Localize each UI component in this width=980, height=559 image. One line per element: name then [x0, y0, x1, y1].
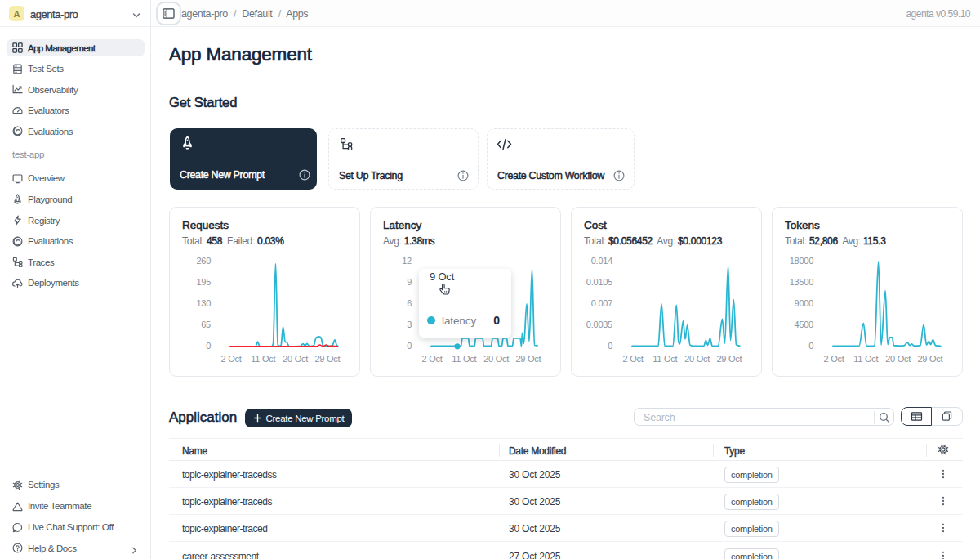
- svg-text:260: 260: [196, 256, 211, 266]
- svg-text:20 Oct: 20 Oct: [283, 354, 308, 364]
- svg-text:11 Oct: 11 Oct: [452, 354, 476, 364]
- svg-text:20 Oct: 20 Oct: [684, 354, 710, 364]
- svg-text:29 Oct: 29 Oct: [314, 354, 340, 364]
- svg-text:195: 195: [196, 277, 211, 287]
- svg-text:18000: 18000: [790, 256, 813, 266]
- svg-text:11 Oct: 11 Oct: [251, 354, 275, 364]
- svg-text:20 Oct: 20 Oct: [483, 354, 509, 364]
- svg-text:0: 0: [206, 341, 211, 351]
- svg-text:11 Oct: 11 Oct: [853, 354, 878, 364]
- svg-text:0: 0: [608, 341, 612, 351]
- svg-text:65: 65: [201, 320, 211, 329]
- svg-text:0.0035: 0.0035: [586, 320, 612, 329]
- svg-text:29 Oct: 29 Oct: [716, 354, 742, 364]
- svg-text:2 Oct: 2 Oct: [421, 354, 442, 364]
- svg-text:2 Oct: 2 Oct: [823, 354, 844, 364]
- svg-text:20 Oct: 20 Oct: [885, 354, 911, 364]
- svg-text:6: 6: [407, 298, 412, 308]
- svg-text:13500: 13500: [790, 277, 813, 287]
- svg-text:0: 0: [808, 341, 813, 351]
- svg-text:0.014: 0.014: [591, 256, 612, 266]
- svg-text:0: 0: [407, 341, 412, 351]
- svg-text:0.0105: 0.0105: [586, 277, 612, 287]
- svg-text:3: 3: [407, 320, 412, 329]
- svg-text:29 Oct: 29 Oct: [515, 354, 541, 364]
- svg-text:4500: 4500: [795, 320, 814, 329]
- svg-text:2 Oct: 2 Oct: [622, 354, 643, 364]
- svg-text:130: 130: [196, 298, 211, 308]
- svg-text:2 Oct: 2 Oct: [220, 354, 241, 364]
- svg-text:9000: 9000: [795, 298, 814, 308]
- svg-text:11 Oct: 11 Oct: [653, 354, 677, 364]
- svg-text:12: 12: [402, 256, 412, 266]
- svg-text:0.007: 0.007: [591, 298, 612, 308]
- svg-text:9: 9: [407, 277, 412, 287]
- svg-text:29 Oct: 29 Oct: [917, 354, 942, 364]
